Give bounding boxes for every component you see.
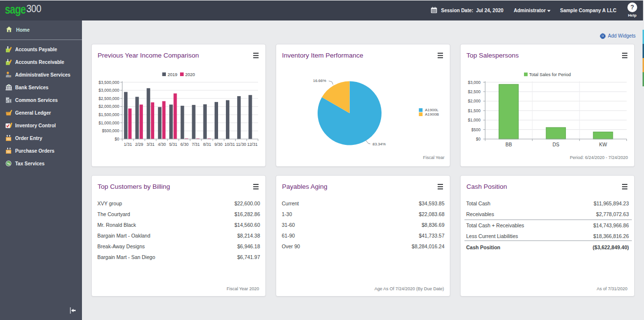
svg-text:2019: 2019 <box>168 72 178 77</box>
svg-text:$2,500,000: $2,500,000 <box>99 96 120 101</box>
svg-text:1/31: 1/31 <box>124 142 132 147</box>
svg-text:10/31: 10/31 <box>224 142 235 147</box>
svg-text:2020: 2020 <box>185 72 195 77</box>
svg-text:9/30: 9/30 <box>214 142 222 147</box>
svg-text:7/31: 7/31 <box>192 142 200 147</box>
svg-text:$500: $500 <box>471 127 481 132</box>
svg-text:$500,000: $500,000 <box>102 128 120 133</box>
svg-text:$0: $0 <box>476 137 481 141</box>
svg-text:$2,000,000: $2,000,000 <box>99 104 120 109</box>
svg-text:$2,000: $2,000 <box>468 99 481 103</box>
svg-text:A1900B: A1900B <box>425 112 439 117</box>
svg-text:DS: DS <box>552 142 559 147</box>
svg-text:Total Sales for Period: Total Sales for Period <box>529 72 571 77</box>
svg-text:8/31: 8/31 <box>203 142 211 147</box>
svg-text:83.34%: 83.34% <box>373 142 386 146</box>
svg-text:$1,000,000: $1,000,000 <box>99 120 120 125</box>
svg-text:16.66%: 16.66% <box>313 79 326 83</box>
svg-text:3/31: 3/31 <box>146 142 155 147</box>
svg-text:$3,000,000: $3,000,000 <box>99 88 120 93</box>
svg-text:KW: KW <box>599 142 607 147</box>
svg-text:$1,500: $1,500 <box>468 108 481 113</box>
svg-text:$1,500,000: $1,500,000 <box>99 112 120 117</box>
svg-text:11/30: 11/30 <box>236 142 246 147</box>
svg-text:2/29: 2/29 <box>135 142 143 147</box>
svg-text:$3,000: $3,000 <box>468 80 481 85</box>
svg-text:$2,500: $2,500 <box>468 89 481 94</box>
svg-text:12/31: 12/31 <box>247 142 258 147</box>
svg-text:5/31: 5/31 <box>169 142 178 147</box>
svg-text:$3,500,000: $3,500,000 <box>99 80 120 85</box>
svg-text:BB: BB <box>505 142 512 147</box>
svg-text:4/30: 4/30 <box>158 142 166 147</box>
svg-text:$0: $0 <box>115 137 120 141</box>
svg-text:%: % <box>7 161 10 166</box>
svg-text:$1,000: $1,000 <box>468 118 481 122</box>
svg-text:6/30: 6/30 <box>181 142 189 147</box>
